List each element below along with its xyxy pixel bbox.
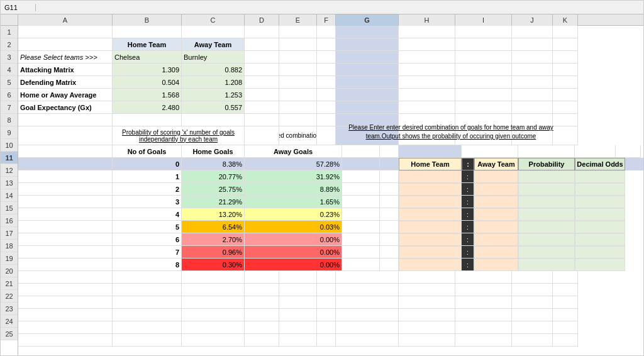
d9[interactable]: [245, 126, 279, 145]
a5-label[interactable]: Defending Matrix: [18, 76, 113, 89]
f12[interactable]: [380, 170, 399, 183]
j20[interactable]: [512, 271, 553, 284]
g4[interactable]: [336, 64, 399, 76]
k20[interactable]: [553, 271, 578, 284]
b21[interactable]: [113, 284, 182, 296]
col-header-b[interactable]: B: [113, 14, 182, 26]
k16-rt[interactable]: [575, 221, 625, 233]
d5[interactable]: [245, 76, 279, 89]
e19[interactable]: [342, 259, 380, 271]
c18-home[interactable]: 0.96%: [182, 246, 245, 259]
f15[interactable]: [380, 208, 399, 221]
e15[interactable]: [342, 208, 380, 221]
a7-label[interactable]: Goal Expectancy (Gx): [18, 101, 113, 114]
f10[interactable]: [380, 145, 399, 158]
e12[interactable]: [342, 170, 380, 183]
b25[interactable]: [113, 334, 182, 347]
g7[interactable]: [336, 101, 399, 114]
f9[interactable]: [317, 126, 336, 145]
k10[interactable]: [616, 145, 641, 158]
col-header-c[interactable]: C: [182, 14, 245, 26]
a21[interactable]: [18, 284, 113, 296]
c14-home[interactable]: 21.29%: [182, 196, 245, 208]
j25[interactable]: [512, 334, 553, 347]
a8[interactable]: [18, 114, 113, 126]
c25[interactable]: [182, 334, 245, 347]
e13[interactable]: [342, 183, 380, 196]
g17-rt[interactable]: [399, 233, 462, 246]
e11[interactable]: [342, 158, 380, 170]
c3-away-team[interactable]: Burnley: [182, 51, 245, 64]
i2[interactable]: [455, 38, 512, 51]
g21[interactable]: [336, 284, 399, 296]
f21[interactable]: [317, 284, 336, 296]
a15[interactable]: [18, 208, 113, 221]
a11[interactable]: [18, 158, 113, 170]
g19-rt[interactable]: [399, 259, 462, 271]
a14[interactable]: [18, 196, 113, 208]
k14-rt[interactable]: [575, 196, 625, 208]
c1[interactable]: [182, 26, 245, 38]
col-header-a[interactable]: A: [18, 14, 113, 26]
b11-num[interactable]: 0: [113, 158, 182, 170]
f13[interactable]: [380, 183, 399, 196]
j15-rt[interactable]: [518, 208, 575, 221]
c22[interactable]: [182, 296, 245, 309]
e17[interactable]: [342, 233, 380, 246]
f3[interactable]: [317, 51, 336, 64]
d21[interactable]: [245, 284, 279, 296]
e3[interactable]: [279, 51, 317, 64]
i1[interactable]: [455, 26, 512, 38]
j1[interactable]: [512, 26, 553, 38]
b2[interactable]: Home Team: [113, 38, 182, 51]
b23[interactable]: [113, 309, 182, 321]
c6-away[interactable]: 1.253: [182, 89, 245, 101]
e25[interactable]: [279, 334, 317, 347]
d2[interactable]: [245, 38, 279, 51]
col-header-j[interactable]: J: [512, 14, 553, 26]
c5-away[interactable]: 1.208: [182, 76, 245, 89]
g15-rt[interactable]: [399, 208, 462, 221]
h9[interactable]: [399, 126, 455, 145]
i3[interactable]: [455, 51, 512, 64]
e24[interactable]: [279, 321, 317, 334]
j2[interactable]: [512, 38, 553, 51]
h21[interactable]: [399, 284, 455, 296]
j7[interactable]: [512, 101, 553, 114]
b10-no-goals[interactable]: No of Goals: [113, 145, 182, 158]
i14-rt[interactable]: [474, 196, 518, 208]
h8[interactable]: [399, 114, 455, 126]
b17-num[interactable]: 6: [113, 233, 182, 246]
a20[interactable]: [18, 271, 113, 284]
d7[interactable]: [245, 101, 279, 114]
c24[interactable]: [182, 321, 245, 334]
j5[interactable]: [512, 76, 553, 89]
d23[interactable]: [245, 309, 279, 321]
col-header-f[interactable]: F: [317, 14, 336, 26]
a6-label[interactable]: Home or Away Average: [18, 89, 113, 101]
k12-rt[interactable]: [575, 170, 625, 183]
c13-home[interactable]: 25.75%: [182, 183, 245, 196]
b9-prob-title[interactable]: Probability of scoring 'x' number of goa…: [113, 126, 245, 145]
j3[interactable]: [512, 51, 553, 64]
d19-away[interactable]: 0.00%: [245, 259, 342, 271]
c17-home[interactable]: 2.70%: [182, 233, 245, 246]
k8[interactable]: [553, 114, 578, 126]
d12-away[interactable]: 31.92%: [245, 170, 342, 183]
c10-home-goals[interactable]: Home Goals: [182, 145, 245, 158]
b12-num[interactable]: 1: [113, 170, 182, 183]
i13-rt[interactable]: [474, 183, 518, 196]
e10[interactable]: [342, 145, 380, 158]
k22[interactable]: [553, 296, 578, 309]
f6[interactable]: [317, 89, 336, 101]
j19-rt[interactable]: [518, 259, 575, 271]
a25[interactable]: [18, 334, 113, 347]
g9[interactable]: [336, 126, 399, 145]
a4-label[interactable]: Attacking Matrix: [18, 64, 113, 76]
f5[interactable]: [317, 76, 336, 89]
a22[interactable]: [18, 296, 113, 309]
d15-away[interactable]: 0.23%: [245, 208, 342, 221]
d6[interactable]: [245, 89, 279, 101]
f7[interactable]: [317, 101, 336, 114]
j24[interactable]: [512, 321, 553, 334]
